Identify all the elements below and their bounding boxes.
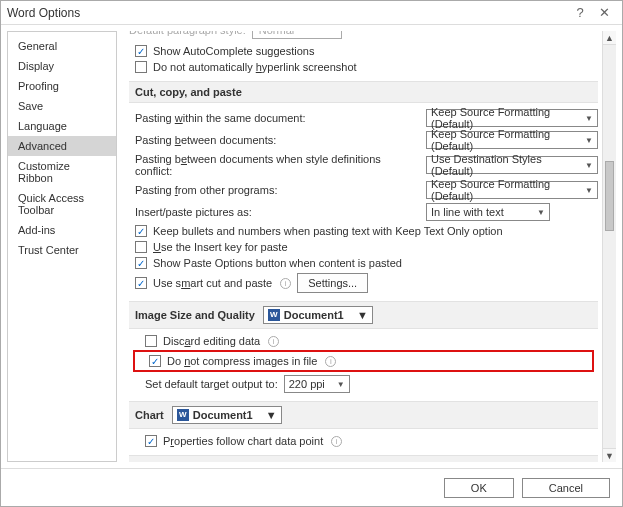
use-insert-key-checkbox[interactable] bbox=[135, 241, 147, 253]
auto-hyperlink-checkbox[interactable] bbox=[135, 61, 147, 73]
keep-bullets-checkbox[interactable] bbox=[135, 225, 147, 237]
no-compress-label: Do not compress images in file bbox=[167, 355, 317, 367]
word-doc-icon: W bbox=[268, 309, 280, 321]
info-icon[interactable]: i bbox=[280, 278, 291, 289]
scroll-up-icon[interactable]: ▲ bbox=[603, 31, 616, 45]
chart-scope-combo[interactable]: WDocument1▼ bbox=[172, 406, 282, 424]
titlebar: Word Options ? ✕ bbox=[1, 1, 622, 25]
paste-conflict-label: Pasting between documents when style def… bbox=[135, 153, 420, 177]
autocomplete-label: Show AutoComplete suggestions bbox=[153, 45, 314, 57]
chevron-down-icon: ▼ bbox=[337, 380, 345, 389]
paste-between-label: Pasting between documents: bbox=[135, 134, 420, 146]
no-compress-checkbox[interactable] bbox=[149, 355, 161, 367]
chevron-down-icon: ▼ bbox=[585, 161, 593, 170]
insert-pics-combo[interactable]: In line with text▼ bbox=[426, 203, 550, 221]
sidebar-item-trust-center[interactable]: Trust Center bbox=[8, 240, 116, 260]
section-chart: Chart WDocument1▼ bbox=[129, 401, 598, 429]
paste-same-label: Pasting within the same document: bbox=[135, 112, 420, 124]
auto-hyperlink-label: Do not automatically hyperlink screensho… bbox=[153, 61, 357, 73]
info-icon[interactable]: i bbox=[325, 356, 336, 367]
scrollbar[interactable]: ▲ ▼ bbox=[602, 31, 616, 462]
paste-same-combo[interactable]: Keep Source Formatting (Default)▼ bbox=[426, 109, 598, 127]
sidebar-item-display[interactable]: Display bbox=[8, 56, 116, 76]
ok-button[interactable]: OK bbox=[444, 478, 514, 498]
sidebar-item-advanced[interactable]: Advanced bbox=[8, 136, 116, 156]
chevron-down-icon: ▼ bbox=[585, 186, 593, 195]
sidebar-item-qat[interactable]: Quick Access Toolbar bbox=[8, 188, 116, 220]
sidebar-item-general[interactable]: General bbox=[8, 36, 116, 56]
chart-props-label: Properties follow chart data point bbox=[163, 435, 323, 447]
show-paste-opts-label: Show Paste Options button when content i… bbox=[153, 257, 402, 269]
section-doc-content: Show document content bbox=[129, 455, 598, 462]
ppi-combo[interactable]: 220 ppi▼ bbox=[284, 375, 350, 393]
settings-button[interactable]: Settings... bbox=[297, 273, 368, 293]
paste-other-label: Pasting from other programs: bbox=[135, 184, 420, 196]
main-panel: Default paragraph style: Normal Show Aut… bbox=[121, 31, 616, 462]
use-insert-key-label: Use the Insert key for paste bbox=[153, 241, 288, 253]
insert-pics-label: Insert/paste pictures as: bbox=[135, 206, 420, 218]
footer: OK Cancel bbox=[1, 468, 622, 506]
chevron-down-icon: ▼ bbox=[266, 409, 277, 421]
word-options-dialog: Word Options ? ✕ General Display Proofin… bbox=[0, 0, 623, 507]
partial-cut-row: Default paragraph style: Normal bbox=[129, 31, 598, 39]
sidebar-item-language[interactable]: Language bbox=[8, 116, 116, 136]
sidebar-item-addins[interactable]: Add-ins bbox=[8, 220, 116, 240]
smart-cut-label: Use smart cut and paste bbox=[153, 277, 272, 289]
discard-editing-checkbox[interactable] bbox=[145, 335, 157, 347]
default-target-label: Set default target output to: bbox=[145, 378, 278, 390]
chevron-down-icon: ▼ bbox=[585, 114, 593, 123]
word-doc-icon: W bbox=[177, 409, 189, 421]
chevron-down-icon: ▼ bbox=[537, 208, 545, 217]
scroll-down-icon[interactable]: ▼ bbox=[603, 448, 616, 462]
smart-cut-checkbox[interactable] bbox=[135, 277, 147, 289]
paste-other-combo[interactable]: Keep Source Formatting (Default)▼ bbox=[426, 181, 598, 199]
sidebar-item-proofing[interactable]: Proofing bbox=[8, 76, 116, 96]
default-paragraph-label: Default paragraph style: bbox=[129, 31, 246, 36]
autocomplete-suggestions-row: Show AutoComplete suggestions bbox=[129, 43, 598, 59]
highlight-box: Do not compress images in filei bbox=[133, 350, 594, 372]
paste-conflict-combo[interactable]: Use Destination Styles (Default)▼ bbox=[426, 156, 598, 174]
chevron-down-icon: ▼ bbox=[585, 136, 593, 145]
chart-props-checkbox[interactable] bbox=[145, 435, 157, 447]
info-icon[interactable]: i bbox=[331, 436, 342, 447]
default-paragraph-combo[interactable]: Normal bbox=[252, 31, 342, 39]
auto-hyperlink-row: Do not automatically hyperlink screensho… bbox=[129, 59, 598, 75]
sidebar: General Display Proofing Save Language A… bbox=[7, 31, 117, 462]
close-icon[interactable]: ✕ bbox=[592, 5, 616, 20]
discard-editing-label: Discard editing data bbox=[163, 335, 260, 347]
cancel-button[interactable]: Cancel bbox=[522, 478, 610, 498]
sidebar-item-save[interactable]: Save bbox=[8, 96, 116, 116]
section-image-size: Image Size and Quality WDocument1▼ bbox=[129, 301, 598, 329]
scroll-thumb[interactable] bbox=[605, 161, 614, 231]
chevron-down-icon: ▼ bbox=[357, 309, 368, 321]
keep-bullets-label: Keep bullets and numbers when pasting te… bbox=[153, 225, 503, 237]
help-icon[interactable]: ? bbox=[568, 5, 592, 20]
sidebar-item-customize-ribbon[interactable]: Customize Ribbon bbox=[8, 156, 116, 188]
info-icon[interactable]: i bbox=[268, 336, 279, 347]
dialog-body: General Display Proofing Save Language A… bbox=[1, 25, 622, 468]
section-cut-copy-paste: Cut, copy, and paste bbox=[129, 81, 598, 103]
autocomplete-checkbox[interactable] bbox=[135, 45, 147, 57]
content-area: Default paragraph style: Normal Show Aut… bbox=[121, 31, 616, 462]
window-title: Word Options bbox=[7, 6, 568, 20]
paste-between-combo[interactable]: Keep Source Formatting (Default)▼ bbox=[426, 131, 598, 149]
image-scope-combo[interactable]: WDocument1▼ bbox=[263, 306, 373, 324]
show-paste-opts-checkbox[interactable] bbox=[135, 257, 147, 269]
